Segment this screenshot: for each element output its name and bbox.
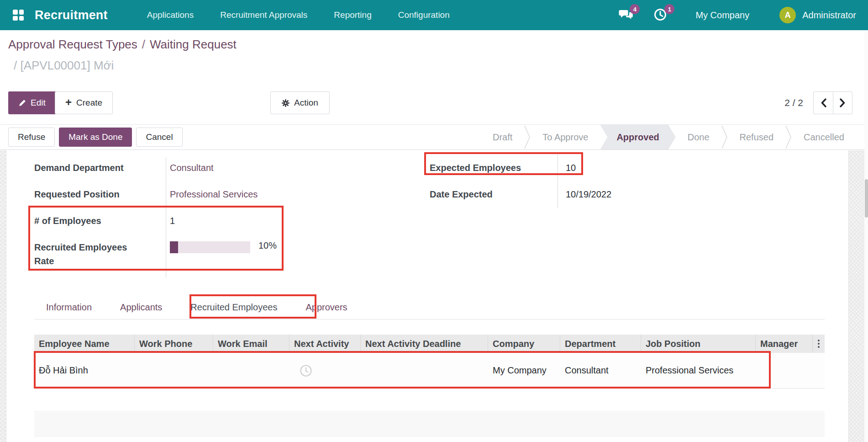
pager-counter: 2 / 2: [784, 97, 803, 108]
nav-item-reporting[interactable]: Reporting: [334, 10, 371, 20]
table-row[interactable]: Đỗ Hải Bình My Company Consultant Profes…: [34, 353, 825, 389]
cell-job-position: Professional Services: [641, 353, 756, 388]
col-header-manager[interactable]: Manager: [756, 335, 813, 353]
app-brand[interactable]: Recruitment: [35, 8, 108, 22]
sheet-right-margin: [848, 150, 864, 442]
cell-manager: [756, 353, 813, 388]
recruited-employees-table: Employee Name Work Phone Work Email Next…: [34, 335, 825, 389]
stage-pipeline: Draft To Approve Approved Done Refused C…: [481, 125, 856, 149]
col-header-employee-name[interactable]: Employee Name: [34, 335, 135, 353]
stage-separator-icon: [721, 125, 728, 149]
cell-work-email: [213, 353, 289, 388]
col-header-next-activity[interactable]: Next Activity: [289, 335, 361, 353]
nav-item-recruitment-approvals[interactable]: Recruitment Approvals: [220, 10, 307, 20]
mark-as-done-button[interactable]: Mark as Done: [59, 128, 132, 147]
pager-previous-button[interactable]: [814, 92, 833, 114]
avatar[interactable]: A: [779, 7, 796, 23]
label-column-separator: [166, 157, 166, 278]
status-bar: Refuse Mark as Done Cancel Draft To Appr…: [0, 124, 868, 150]
field-label-recruited-rate: Recruited Employees Rate: [34, 240, 144, 268]
screen: Recruitment Applications Recruitment App…: [0, 0, 868, 442]
field-value-expected-employees: 10: [566, 161, 576, 175]
edit-button-label: Edit: [31, 98, 46, 108]
col-header-job-position[interactable]: Job Position: [641, 335, 756, 353]
activities-icon[interactable]: 1: [653, 8, 669, 22]
apps-grid-icon[interactable]: [13, 10, 24, 21]
plus-icon: +: [65, 97, 72, 108]
field-value-date-expected: 10/19/2022: [566, 187, 611, 201]
gear-icon: [282, 99, 289, 107]
nav-menu: Applications Recruitment Approvals Repor…: [147, 10, 450, 20]
empty-table-row: [34, 389, 825, 412]
field-label-num-employees: # of Employees: [34, 214, 158, 228]
stage-separator-icon: [524, 125, 531, 149]
tab-applicants[interactable]: Applicants: [120, 302, 162, 313]
recruited-rate-progress-fill: [170, 241, 178, 253]
tab-information[interactable]: Information: [46, 302, 92, 313]
stage-draft[interactable]: Draft: [481, 125, 524, 149]
cell-company: My Company: [488, 353, 560, 388]
breadcrumb-current: / [APVL00001] Mới: [14, 59, 114, 73]
kebab-icon[interactable]: [813, 340, 825, 348]
pencil-icon: [19, 99, 26, 107]
clock-icon[interactable]: [300, 364, 312, 377]
breadcrumb-separator: /: [137, 37, 150, 51]
col-header-company[interactable]: Company: [488, 335, 560, 353]
create-button-label: Create: [76, 98, 102, 108]
field-label-expected-employees: Expected Employees: [430, 161, 551, 175]
vertical-scrollbar[interactable]: [864, 30, 868, 442]
systray: 4 1 My Company A Administrator: [619, 7, 856, 23]
empty-table-row: [34, 412, 825, 437]
activities-badge: 1: [664, 4, 674, 14]
cell-next-activity-deadline: [361, 353, 488, 388]
breadcrumb-list[interactable]: Waiting Request: [150, 37, 237, 51]
breadcrumb-parent[interactable]: Approval Request Types: [8, 37, 137, 51]
nav-item-configuration[interactable]: Configuration: [398, 10, 450, 20]
recruited-rate-progressbar: [170, 241, 250, 253]
top-navbar: Recruitment Applications Recruitment App…: [0, 0, 868, 30]
action-button-label: Action: [294, 98, 318, 108]
field-label-date-expected: Date Expected: [430, 187, 551, 201]
field-value-demand-department[interactable]: Consultant: [170, 161, 214, 175]
cell-department: Consultant: [560, 353, 641, 388]
stage-approved[interactable]: Approved: [600, 125, 675, 149]
recruited-rate-percent: 10%: [258, 240, 277, 251]
cell-work-phone: [135, 353, 213, 388]
stage-cancelled[interactable]: Cancelled: [792, 125, 856, 149]
scrollbar-thumb[interactable]: [865, 179, 868, 218]
action-button[interactable]: Action: [270, 91, 330, 114]
edit-button[interactable]: Edit: [8, 91, 56, 114]
pager-next-button[interactable]: [833, 92, 852, 114]
field-label-demand-department: Demand Department: [34, 161, 158, 175]
field-value-num-employees: 1: [170, 214, 175, 228]
tab-approvers[interactable]: Approvers: [305, 302, 347, 313]
pager-buttons: [813, 91, 852, 114]
nav-item-applications[interactable]: Applications: [147, 10, 194, 20]
col-header-next-activity-deadline[interactable]: Next Activity Deadline: [361, 335, 488, 353]
cancel-button[interactable]: Cancel: [136, 128, 182, 147]
stage-to-approve[interactable]: To Approve: [531, 125, 600, 149]
field-value-requested-position[interactable]: Professional Services: [170, 187, 258, 201]
company-switcher[interactable]: My Company: [695, 10, 749, 21]
statusbar-buttons: Refuse Mark as Done Cancel: [8, 128, 183, 147]
tab-recruited-employees[interactable]: Recruited Employees: [190, 302, 277, 313]
create-button[interactable]: + Create: [55, 91, 113, 114]
user-menu[interactable]: Administrator: [802, 10, 856, 21]
refuse-button[interactable]: Refuse: [8, 128, 55, 147]
chevron-left-icon: [821, 98, 826, 107]
tabs-underline: [34, 319, 825, 320]
stage-refused[interactable]: Refused: [728, 125, 786, 149]
cell-employee-name: Đỗ Hải Bình: [34, 353, 135, 388]
col-header-work-email[interactable]: Work Email: [213, 335, 289, 353]
label-column-separator: [558, 154, 558, 208]
stage-separator-icon: [785, 125, 792, 149]
col-header-department[interactable]: Department: [560, 335, 641, 353]
chevron-right-icon: [840, 98, 846, 107]
notebook-tabs: Information Applicants Recruited Employe…: [46, 295, 347, 319]
sheet-left-margin: [0, 150, 6, 442]
col-header-work-phone[interactable]: Work Phone: [135, 335, 213, 353]
stage-done[interactable]: Done: [676, 125, 721, 149]
table-header-row: Employee Name Work Phone Work Email Next…: [34, 335, 825, 353]
messages-icon[interactable]: 4: [619, 8, 634, 22]
column-options-cell: [813, 335, 825, 353]
